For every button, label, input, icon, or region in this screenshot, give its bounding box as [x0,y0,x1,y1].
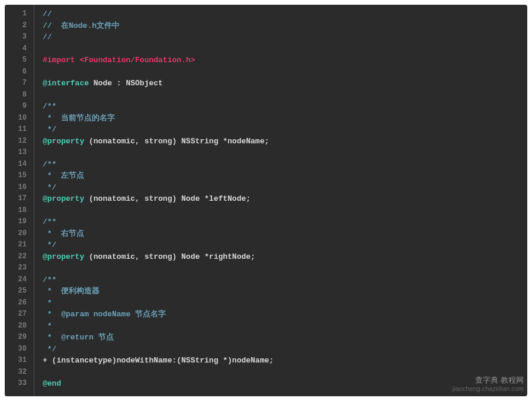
code-token: * 右节点 [43,229,84,238]
line-number: 30 [5,344,34,355]
code-line: /** [43,101,527,113]
line-number: 9 [5,101,34,113]
code-line: */ [43,182,527,194]
line-number: 16 [5,182,34,194]
code-line: @property (nonatomic, strong) Node *left… [43,193,527,205]
code-line [43,205,527,217]
line-number: 11 [5,124,34,136]
line-number: 25 [5,285,34,297]
code-token: */ [43,125,56,134]
code-token: @property [43,252,84,261]
code-line: // [43,8,527,20]
code-token: Node : NSObject [89,79,163,88]
code-line: // 在Node.h文件中 [43,20,527,32]
code-token: <Foundation/Foundation.h> [79,56,195,65]
line-number: 19 [5,216,34,228]
line-number: 5 [5,54,34,66]
code-token: (nonatomic, strong) NSString *nodeName; [84,137,269,146]
code-line: */ [43,344,527,355]
code-line [43,43,527,55]
code-line: /** [43,159,527,171]
code-token: /** [43,217,56,226]
code-line: @property (nonatomic, strong) Node *righ… [43,251,527,263]
code-line: * 右节点 [43,228,527,240]
code-line: * @param nodeName 节点名字 [43,309,527,320]
code-token: * @param nodeName 节点名字 [43,310,166,319]
line-number: 26 [5,297,34,309]
line-number: 27 [5,309,34,320]
code-line [43,89,527,101]
line-number: 3 [5,31,34,43]
line-number: 24 [5,274,34,286]
code-line: * 便利构造器 [43,285,527,297]
code-token: */ [43,345,56,354]
code-line: */ [43,124,527,136]
line-number: 8 [5,89,34,101]
watermark-title: 查字典 教程网 [475,376,524,384]
line-number: 12 [5,136,34,147]
code-line: * [43,320,527,332]
code-token: @end [43,379,61,388]
code-token: */ [43,240,56,249]
code-token: * @return 节点 [43,333,114,342]
code-line: * 当前节点的名字 [43,113,527,124]
line-number: 23 [5,262,34,274]
line-number: 7 [5,78,34,89]
code-token: (nonatomic, strong) Node *leftNode; [84,194,251,203]
line-number: 13 [5,147,34,159]
code-line: */ [43,239,527,251]
code-block: 1234567891011121314151617181920212223242… [5,5,527,396]
line-number-gutter: 1234567891011121314151617181920212223242… [5,5,34,396]
code-token: * [43,322,52,331]
code-line [43,262,527,274]
code-line: #import <Foundation/Foundation.h> [43,54,527,66]
line-number: 4 [5,43,34,55]
line-number: 31 [5,355,34,367]
code-token: * 当前节点的名字 [43,114,115,123]
code-token: /** [43,102,56,111]
line-number: 28 [5,320,34,332]
watermark-url: jiaocheng.chazidian.com [453,385,524,392]
watermark: 查字典 教程网 jiaocheng.chazidian.com [453,376,524,393]
line-number: 6 [5,66,34,78]
code-line: @property (nonatomic, strong) NSString *… [43,136,527,147]
code-line: /** [43,216,527,228]
line-number: 18 [5,205,34,217]
line-number: 29 [5,332,34,344]
line-number: 17 [5,193,34,205]
code-token: * [43,299,52,307]
code-line: + (instancetype)nodeWithName:(NSString *… [43,355,527,367]
code-line: * @return 节点 [43,332,527,344]
line-number: 2 [5,20,34,32]
line-number: 14 [5,159,34,171]
code-line: * 左节点 [43,170,527,182]
code-token: (nonatomic, strong) Node *rightNode; [84,252,255,261]
line-number: 32 [5,367,34,378]
line-number: 10 [5,113,34,124]
code-line: * [43,297,527,309]
code-token: /** [43,275,56,284]
code-line [43,66,527,78]
code-token: @property [43,194,84,203]
line-number: 21 [5,239,34,251]
code-token: + (instancetype)nodeWithName:(NSString *… [43,356,274,365]
line-number: 33 [5,378,34,390]
line-number: 20 [5,228,34,240]
line-number: 15 [5,170,34,182]
code-token: * 左节点 [43,171,84,180]
line-number: 22 [5,251,34,263]
code-token: @property [43,137,84,146]
line-number: 1 [5,8,34,20]
code-line: /** [43,274,527,286]
code-line [43,147,527,159]
code-content[interactable]: //// 在Node.h文件中//#import <Foundation/Fou… [34,5,527,396]
code-token: #import [43,56,79,65]
code-line: @interface Node : NSObject [43,78,527,89]
code-line: // [43,31,527,43]
code-token: */ [43,183,56,192]
code-token: /** [43,160,56,169]
code-token: * 便利构造器 [43,287,100,296]
code-token: // [43,9,52,18]
code-token: @interface [43,79,89,88]
code-token: // [43,33,52,41]
